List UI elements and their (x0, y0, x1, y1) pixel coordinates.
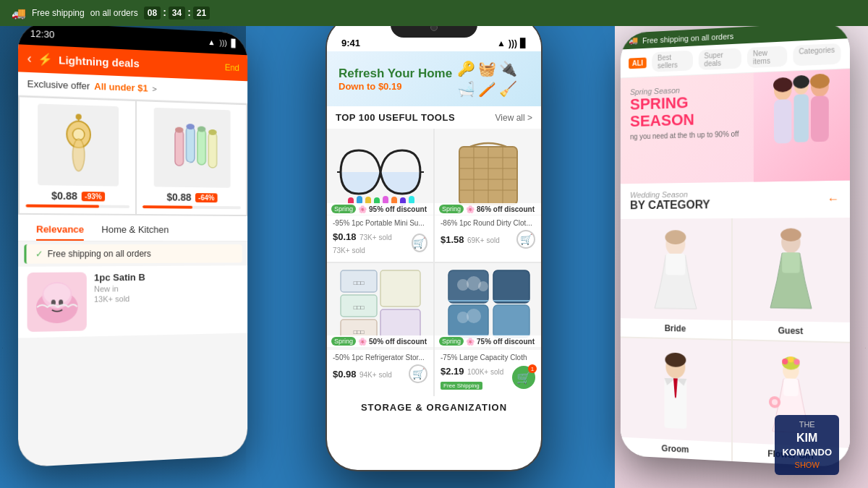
cart-button-3[interactable]: 🛒 (409, 364, 427, 383)
phone-center: 9:41 ▲ ))) ▊ Refresh Your Home Down to $… (326, 16, 542, 471)
right-cat-groom[interactable]: Groom (621, 338, 731, 461)
tab-relevance[interactable]: Relevance (27, 221, 93, 241)
center-banner: Refresh Your Home Down to $0.19 🔑 🧺 🔌 🛁 … (327, 51, 541, 106)
center-card-info-3: -50% 1pc Refrigerator Stor... $0.98 94K+… (327, 350, 433, 389)
right-shipping-text: Free shipping on all orders (642, 31, 733, 44)
discount-pct-3: 50% off discount (369, 338, 427, 346)
banner-icons: 🔑 🧺 🔌 🛁 🪥 🧹 (457, 60, 529, 98)
right-cat-bride[interactable]: Bride (621, 218, 731, 339)
card-sold-3: 94K+ sold (359, 371, 392, 379)
card-price-2: $1.58 (441, 234, 464, 245)
svg-rect-68 (665, 253, 685, 275)
clips-svg (161, 115, 224, 181)
right-nav-1[interactable]: Best sellers (652, 51, 693, 72)
spring-badge-4: Spring (439, 337, 464, 346)
svg-rect-5 (174, 130, 183, 166)
right-cat-guest[interactable]: Guest (733, 218, 850, 342)
list-item-info: 1pc Satin B New in 13K+ sold (94, 271, 239, 330)
wifi-center-icon: ))) (509, 38, 517, 48)
global-top-bar: 🚚 Free shipping on all orders 08 : 34 : … (0, 0, 868, 26)
right-screen: 🚚 Free shipping on all orders ALI Best s… (621, 21, 850, 467)
discount-tag-4: Spring 🌸 75% off discount (435, 335, 541, 347)
shipping-icon: 🚚 (12, 7, 26, 20)
svg-point-48 (478, 281, 488, 291)
right-nav-2[interactable]: Super deals (699, 48, 741, 70)
svg-rect-60 (811, 95, 829, 142)
bride-label: Bride (621, 318, 731, 339)
svg-rect-52 (493, 305, 529, 338)
left-list-item[interactable]: 1pc Satin B New in 13K+ sold (18, 265, 247, 338)
cart-button-green-4[interactable]: 🛒 1 (512, 366, 535, 389)
spring-badge-1: Spring (331, 205, 356, 213)
svg-rect-8 (208, 132, 216, 168)
center-card-3[interactable]: □□□ □□□ □□□ Spring 🌸 50% off discount -5… (327, 263, 433, 396)
left-time: 12:30 (30, 27, 55, 40)
card-desc-3: -50% 1pc Refrigerator Stor... (333, 353, 427, 362)
banner-icon-4: 🛁 (457, 80, 475, 98)
center-card-info-2: -86% 1pc Round Dirty Clot... $1.58 69K+ … (435, 215, 541, 254)
watermark-the: THE (782, 419, 832, 430)
exclusive-label: Exclusive offer (27, 78, 90, 92)
cart-button-2[interactable]: 🛒 (516, 230, 535, 249)
left-product-card-1[interactable]: $0.88 -93% (20, 97, 135, 214)
discount-badge-2: -64% (195, 193, 217, 202)
free-shipping-tag-4: Free Shipping (441, 382, 482, 390)
svg-rect-62 (793, 94, 808, 142)
signal-icon: ▲ (208, 38, 215, 47)
guest-image (733, 218, 850, 322)
product-price-2: $0.88 -64% (167, 192, 218, 204)
svg-rect-6 (186, 127, 195, 163)
discount-pct-1: 95% off discount (369, 205, 427, 213)
guest-label: Guest (733, 320, 850, 342)
spring-badge-3: Spring (331, 337, 356, 346)
svg-point-3 (75, 114, 81, 119)
center-product-img-1 (327, 129, 433, 215)
right-hero-text: Spring Season SPRING SEASON ng you need … (621, 73, 754, 184)
right-hero-image (754, 69, 850, 181)
spring-badge-2: Spring (439, 205, 464, 213)
right-nav-3[interactable]: New items (747, 46, 787, 68)
discount-tag-2: Spring 🌸 86% off discount (435, 203, 541, 215)
center-card-1[interactable]: Spring 🌸 95% off discount -95% 1pc Porta… (327, 129, 433, 262)
svg-rect-71 (782, 252, 799, 273)
center-card-2[interactable]: Spring 🌸 86% off discount -86% 1pc Round… (435, 129, 541, 262)
svg-rect-45 (448, 305, 488, 338)
phone-left: 12:30 ▲ ))) ▊ ‹ ⚡ Lightning deals End Ex… (18, 21, 247, 467)
bride-dress-svg (634, 226, 718, 313)
svg-rect-39 (380, 270, 420, 307)
view-all-link[interactable]: View all > (495, 113, 532, 123)
phones-container: 12:30 ▲ ))) ▊ ‹ ⚡ Lightning deals End Ex… (0, 0, 868, 488)
phone-right: 🚚 Free shipping on all orders ALI Best s… (621, 21, 850, 467)
svg-point-4 (72, 139, 84, 171)
top100-title: TOP 100 USEFUL TOOLS (336, 112, 455, 123)
fashion-women-svg (757, 69, 846, 181)
banner-title: Refresh Your Home (339, 67, 452, 81)
center-card-info-4: -75% Large Capacity Cloth $2.19 100K+ so… (435, 350, 541, 396)
left-product-grid: $0.88 -93% (18, 95, 247, 216)
card-price-1: $0.18 (333, 231, 357, 242)
watermark-komando: KOMANDO (782, 446, 832, 459)
watermark: THE KIM KOMANDO SHOW (775, 415, 839, 475)
back-arrow-icon[interactable]: ‹ (27, 51, 32, 67)
signal-bars-icon: ▲ (497, 38, 506, 48)
deals-end-label: End (225, 62, 239, 73)
list-item-sold: 13K+ sold (94, 293, 239, 304)
left-product-card-2[interactable]: $0.88 -64% (137, 101, 246, 215)
right-nav-4[interactable]: Categories (793, 43, 841, 67)
cart-button-1[interactable]: 🛒 (412, 234, 427, 252)
battery-center-icon: ▊ (520, 38, 527, 48)
center-card-4[interactable]: Spring 🌸 75% off discount -75% Large Cap… (435, 263, 541, 396)
center-card-info-1: -95% 1pc Portable Mini Su... $0.18 73K+ … (327, 215, 433, 262)
banner-icon-1: 🔑 (457, 60, 475, 77)
left-status-icons: ▲ ))) ▊ (208, 38, 237, 48)
list-item-title: 1pc Satin B (94, 271, 239, 283)
card-price-row-3: $0.98 94K+ sold 🛒 (333, 364, 427, 383)
groom-svg (634, 346, 718, 434)
right-logo: ALI (629, 57, 647, 69)
center-screen: 9:41 ▲ ))) ▊ Refresh Your Home Down to $… (327, 17, 541, 470)
tab-home-kitchen[interactable]: Home & Kitchen (93, 221, 177, 241)
watermark-kim: KIM (782, 430, 832, 446)
svg-text:□□□: □□□ (353, 280, 364, 286)
list-item-image (27, 272, 87, 332)
tabs-row: Relevance Home & Kitchen (18, 215, 247, 241)
